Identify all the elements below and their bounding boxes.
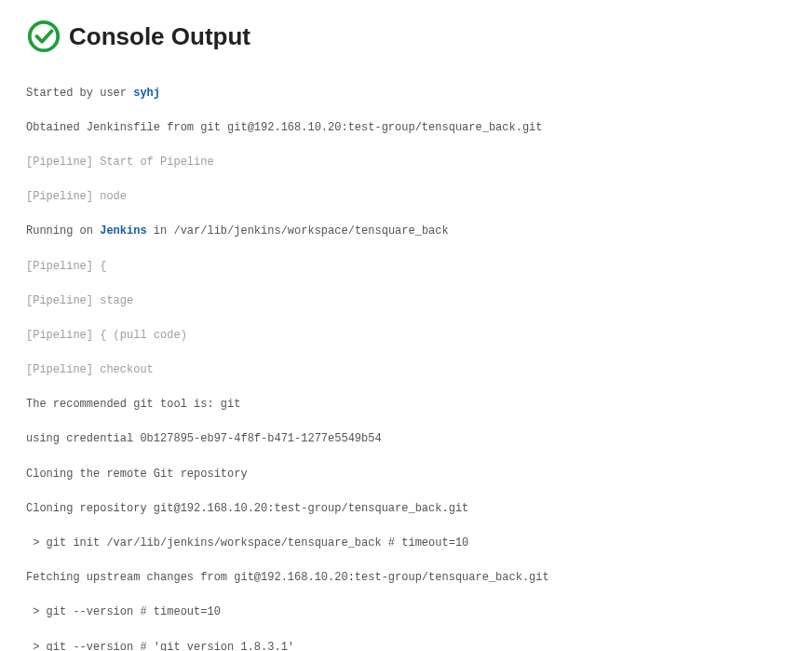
- console-line: Cloning repository git@192.168.10.20:tes…: [26, 500, 786, 518]
- console-line: [Pipeline] {: [26, 258, 786, 276]
- jenkins-node-link[interactable]: Jenkins: [100, 224, 146, 237]
- user-link[interactable]: syhj: [133, 87, 160, 100]
- console-line: [Pipeline] checkout: [26, 361, 786, 379]
- console-line: using credential 0b127895-eb97-4f8f-b471…: [26, 430, 786, 448]
- console-line: Obtained Jenkinsfile from git git@192.16…: [26, 119, 786, 137]
- console-line: Started by user syhj: [26, 85, 786, 102]
- console-line: [Pipeline] { (pull code): [26, 327, 786, 345]
- console-line: [Pipeline] node: [26, 188, 786, 206]
- console-line: > git --version # 'git version 1.8.3.1': [26, 639, 786, 651]
- console-line: > git --version # timeout=10: [26, 604, 786, 621]
- page-header: Console Output: [26, 19, 786, 54]
- console-line: [Pipeline] stage: [26, 292, 786, 310]
- console-output: Started by user syhj Obtained Jenkinsfil…: [26, 67, 786, 651]
- console-line: > git init /var/lib/jenkins/workspace/te…: [26, 535, 786, 552]
- console-line: The recommended git tool is: git: [26, 396, 786, 414]
- console-line: [Pipeline] Start of Pipeline: [26, 154, 786, 171]
- page-title: Console Output: [69, 22, 250, 51]
- console-line: Running on Jenkins in /var/lib/jenkins/w…: [26, 223, 786, 240]
- console-line: Cloning the remote Git repository: [26, 466, 786, 483]
- console-line: Fetching upstream changes from git@192.1…: [26, 569, 786, 587]
- success-check-icon: [26, 19, 61, 54]
- svg-point-0: [30, 22, 58, 50]
